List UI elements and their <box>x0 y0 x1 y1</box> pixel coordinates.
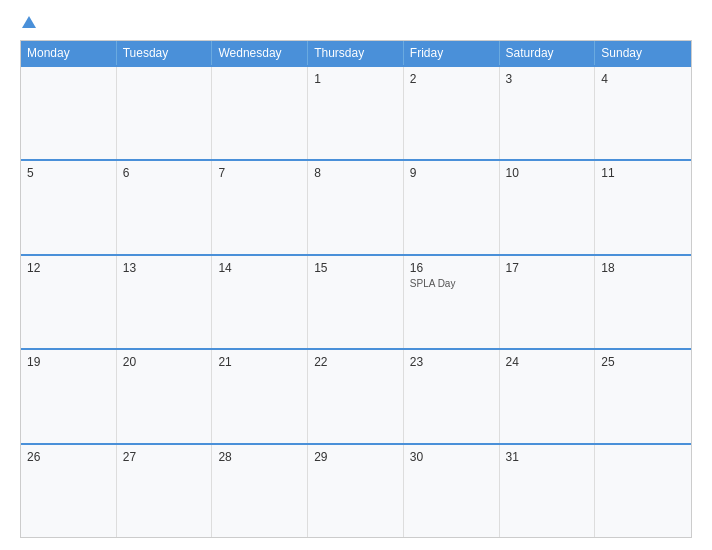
cal-cell: 31 <box>500 445 596 537</box>
cal-cell: 5 <box>21 161 117 253</box>
cal-cell: 16SPLA Day <box>404 256 500 348</box>
day-number: 31 <box>506 450 589 464</box>
cal-cell: 25 <box>595 350 691 442</box>
cal-cell <box>212 67 308 159</box>
day-number: 20 <box>123 355 206 369</box>
day-number: 14 <box>218 261 301 275</box>
week-row-1: 1234 <box>21 65 691 159</box>
calendar-page: MondayTuesdayWednesdayThursdayFridaySatu… <box>0 0 712 550</box>
weekday-header-sunday: Sunday <box>595 41 691 65</box>
cal-cell: 27 <box>117 445 213 537</box>
cal-cell: 12 <box>21 256 117 348</box>
calendar-header: MondayTuesdayWednesdayThursdayFridaySatu… <box>21 41 691 65</box>
cal-cell: 6 <box>117 161 213 253</box>
weekday-header-saturday: Saturday <box>500 41 596 65</box>
day-number: 26 <box>27 450 110 464</box>
cal-cell: 14 <box>212 256 308 348</box>
day-number: 6 <box>123 166 206 180</box>
cal-cell: 7 <box>212 161 308 253</box>
day-number: 24 <box>506 355 589 369</box>
cal-cell: 18 <box>595 256 691 348</box>
cal-cell: 19 <box>21 350 117 442</box>
cal-cell: 4 <box>595 67 691 159</box>
week-row-5: 262728293031 <box>21 443 691 537</box>
cal-cell: 9 <box>404 161 500 253</box>
week-row-2: 567891011 <box>21 159 691 253</box>
weekday-header-monday: Monday <box>21 41 117 65</box>
cal-cell <box>117 67 213 159</box>
day-number: 23 <box>410 355 493 369</box>
cal-cell: 20 <box>117 350 213 442</box>
cal-cell: 26 <box>21 445 117 537</box>
cal-cell: 15 <box>308 256 404 348</box>
week-row-4: 19202122232425 <box>21 348 691 442</box>
cal-cell: 28 <box>212 445 308 537</box>
cal-cell: 13 <box>117 256 213 348</box>
day-number: 28 <box>218 450 301 464</box>
day-number: 12 <box>27 261 110 275</box>
day-number: 27 <box>123 450 206 464</box>
day-number: 11 <box>601 166 685 180</box>
cal-cell: 11 <box>595 161 691 253</box>
cal-cell: 3 <box>500 67 596 159</box>
cal-cell: 24 <box>500 350 596 442</box>
cal-cell: 17 <box>500 256 596 348</box>
day-number: 22 <box>314 355 397 369</box>
cal-cell: 2 <box>404 67 500 159</box>
cal-cell: 30 <box>404 445 500 537</box>
day-number: 9 <box>410 166 493 180</box>
day-number: 5 <box>27 166 110 180</box>
week-row-3: 1213141516SPLA Day1718 <box>21 254 691 348</box>
day-number: 19 <box>27 355 110 369</box>
day-number: 13 <box>123 261 206 275</box>
day-number: 29 <box>314 450 397 464</box>
cal-cell <box>595 445 691 537</box>
day-number: 1 <box>314 72 397 86</box>
day-number: 30 <box>410 450 493 464</box>
cal-cell: 8 <box>308 161 404 253</box>
calendar-grid: MondayTuesdayWednesdayThursdayFridaySatu… <box>20 40 692 538</box>
logo-triangle-icon <box>22 16 36 28</box>
logo-top-row <box>20 16 36 30</box>
day-number: 16 <box>410 261 493 275</box>
weekday-header-wednesday: Wednesday <box>212 41 308 65</box>
cal-cell: 23 <box>404 350 500 442</box>
cal-cell: 21 <box>212 350 308 442</box>
day-number: 10 <box>506 166 589 180</box>
logo-text-wrapper <box>20 16 36 30</box>
cal-cell: 1 <box>308 67 404 159</box>
day-number: 25 <box>601 355 685 369</box>
calendar-body: 12345678910111213141516SPLA Day171819202… <box>21 65 691 537</box>
weekday-header-tuesday: Tuesday <box>117 41 213 65</box>
day-number: 8 <box>314 166 397 180</box>
day-number: 17 <box>506 261 589 275</box>
day-number: 2 <box>410 72 493 86</box>
day-number: 4 <box>601 72 685 86</box>
page-header <box>20 16 692 30</box>
day-number: 21 <box>218 355 301 369</box>
day-number: 15 <box>314 261 397 275</box>
cal-cell <box>21 67 117 159</box>
cal-cell: 29 <box>308 445 404 537</box>
day-number: 3 <box>506 72 589 86</box>
cal-cell: 10 <box>500 161 596 253</box>
day-number: 7 <box>218 166 301 180</box>
weekday-header-friday: Friday <box>404 41 500 65</box>
calendar-event: SPLA Day <box>410 278 493 289</box>
cal-cell: 22 <box>308 350 404 442</box>
weekday-header-thursday: Thursday <box>308 41 404 65</box>
day-number: 18 <box>601 261 685 275</box>
logo <box>20 16 36 30</box>
